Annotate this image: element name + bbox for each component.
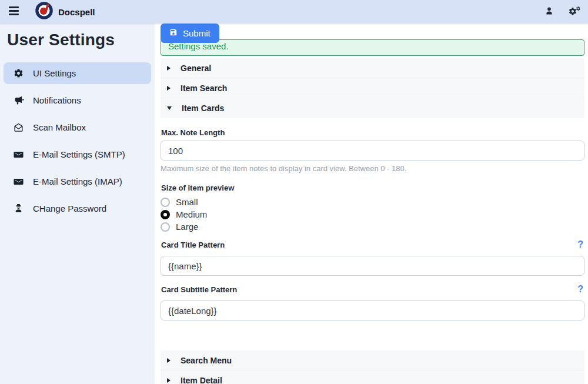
accordion-label: Item Search — [181, 84, 227, 93]
help-icon[interactable]: ? — [577, 241, 584, 249]
success-alert: Settings saved. — [161, 39, 584, 56]
sidebar-item-ui-settings[interactable]: UI Settings — [4, 62, 151, 84]
max-note-length-input[interactable] — [161, 141, 584, 161]
accordion-label: Search Menu — [181, 356, 232, 365]
radio-option-label: Small — [176, 197, 198, 207]
caret-down-icon — [167, 106, 172, 110]
card-subtitle-pattern-label: Card Subtitle Pattern — [161, 285, 237, 294]
max-note-length-label: Max. Note Length — [161, 128, 584, 137]
caret-right-icon — [167, 358, 171, 363]
sidebar-item-label: E-Mail Settings (SMTP) — [33, 149, 125, 159]
help-icon[interactable]: ? — [577, 285, 584, 293]
submit-button[interactable]: Submit — [161, 24, 219, 43]
accordion-item-cards[interactable]: Item Cards — [161, 98, 584, 118]
card-subtitle-pattern-input[interactable] — [161, 300, 584, 320]
cogs-icon — [568, 6, 581, 18]
radio-checked-icon[interactable] — [161, 210, 170, 219]
page-title: User Settings — [7, 31, 148, 49]
radio-unchecked-icon[interactable] — [161, 198, 170, 207]
accordion-label: Item Detail — [181, 376, 222, 384]
settings-accordion-top: General Item Search Item Cards — [161, 58, 584, 118]
docspell-logo-icon — [35, 2, 53, 22]
sidebar-item-label: UI Settings — [33, 68, 76, 78]
settings-content: Submit Settings saved. General Item Sear… — [155, 24, 588, 384]
submit-button-label: Submit — [183, 28, 211, 38]
card-title-pattern-field: Card Title Pattern ? — [161, 241, 584, 276]
navbar-actions — [544, 6, 581, 18]
item-cards-panel: Max. Note Length Maximum size of the ite… — [161, 118, 584, 342]
radio-unchecked-icon[interactable] — [161, 222, 170, 232]
app-title: Docspell — [58, 7, 95, 17]
accordion-label: Item Cards — [182, 103, 224, 113]
max-note-length-helper: Maximum size of the item notes to displa… — [161, 164, 584, 173]
caret-right-icon — [167, 86, 171, 91]
caret-right-icon — [167, 66, 171, 71]
card-subtitle-pattern-field: Card Subtitle Pattern ? — [161, 285, 584, 320]
preview-size-label: Size of item preview — [161, 183, 584, 192]
sidebar-item-label: E-Mail Settings (IMAP) — [33, 176, 122, 186]
accordion-item-search[interactable]: Item Search — [161, 78, 584, 98]
user-secret-icon — [13, 203, 24, 213]
sidebar-item-scan-mailbox[interactable]: Scan Mailbox — [4, 116, 151, 138]
sidebar-item-label: Scan Mailbox — [33, 122, 86, 132]
sidebar-item-change-password[interactable]: CHange Password — [4, 198, 151, 219]
sidebar-item-label: Notifications — [33, 95, 81, 105]
radio-option-label: Medium — [176, 209, 207, 219]
accordion-label: General — [181, 64, 211, 73]
sidebar-item-notifications[interactable]: Notifications — [4, 89, 151, 111]
sidebar-item-label: CHange Password — [33, 203, 106, 213]
save-icon — [169, 28, 178, 38]
settings-accordion-bottom: Search Menu Item Detail Tag Category Col… — [161, 350, 584, 384]
envelope-icon — [13, 178, 24, 186]
preview-size-group: Size of item preview Small Medium Large — [161, 183, 584, 233]
accordion-item-detail[interactable]: Item Detail — [161, 370, 584, 384]
account-menu-button[interactable] — [544, 6, 554, 18]
settings-nav: UI Settings Notifications — [0, 62, 155, 219]
accordion-general[interactable]: General — [161, 58, 584, 78]
sidebar-item-email-smtp[interactable]: E-Mail Settings (SMTP) — [4, 143, 151, 165]
preview-size-option-small[interactable]: Small — [161, 196, 584, 208]
envelope-icon — [13, 151, 24, 159]
top-navbar: Docspell — [0, 0, 588, 24]
gear-icon — [13, 68, 24, 78]
envelope-open-icon — [13, 122, 24, 132]
user-icon — [544, 6, 554, 18]
sidebar-item-email-imap[interactable]: E-Mail Settings (IMAP) — [4, 171, 151, 192]
preview-size-option-medium[interactable]: Medium — [161, 208, 584, 221]
settings-sidebar: User Settings UI Settings — [0, 24, 155, 384]
settings-menu-button[interactable] — [568, 6, 581, 18]
max-note-length-field: Max. Note Length Maximum size of the ite… — [161, 128, 584, 173]
bullhorn-icon — [13, 96, 24, 105]
accordion-search-menu[interactable]: Search Menu — [161, 350, 584, 370]
radio-option-label: Large — [176, 222, 198, 232]
hamburger-icon — [9, 6, 19, 17]
app-brand[interactable]: Docspell — [35, 2, 95, 22]
caret-right-icon — [167, 378, 171, 383]
app-window: Docspell User S — [0, 0, 588, 384]
menu-toggle-button[interactable] — [7, 5, 20, 18]
card-title-pattern-input[interactable] — [161, 256, 584, 276]
preview-size-option-large[interactable]: Large — [161, 221, 584, 233]
card-title-pattern-label: Card Title Pattern — [161, 241, 225, 249]
